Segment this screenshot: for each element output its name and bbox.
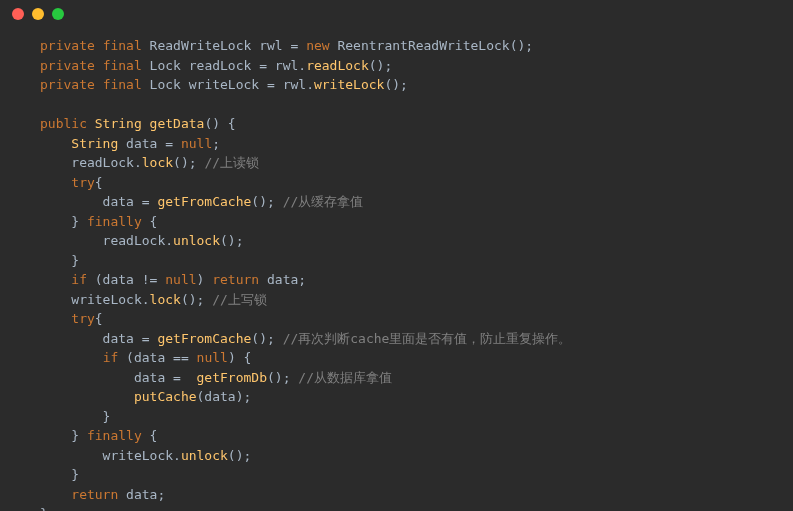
token: ();	[181, 292, 212, 307]
token: writeLock.	[40, 292, 150, 307]
token: data =	[118, 136, 181, 151]
token: ();	[251, 194, 282, 209]
code-line: }	[40, 504, 793, 511]
token: () {	[204, 116, 235, 131]
token: ;	[212, 136, 220, 151]
token: (data);	[197, 389, 252, 404]
token-kw: return	[71, 487, 118, 502]
token-comment: //再次判断cache里面是否有值，防止重复操作。	[283, 331, 572, 346]
token	[40, 389, 134, 404]
token: data;	[118, 487, 165, 502]
token-fncall: putCache	[134, 389, 197, 404]
code-line: public String getData() {	[40, 114, 793, 134]
token: data =	[40, 331, 157, 346]
token	[95, 58, 103, 73]
token: ();	[384, 77, 407, 92]
token: {	[95, 175, 103, 190]
token-fncall: unlock	[181, 448, 228, 463]
token-kw: return	[212, 272, 259, 287]
token-kw: null	[197, 350, 228, 365]
token: Lock writeLock = rwl.	[150, 77, 314, 92]
token-comment: //从缓存拿值	[283, 194, 364, 209]
token	[95, 77, 103, 92]
token-kw: null	[165, 272, 196, 287]
token-kw: null	[181, 136, 212, 151]
token-kw: final	[103, 38, 142, 53]
token-fncall: getFromCache	[157, 194, 251, 209]
token	[142, 77, 150, 92]
code-line: if (data != null) return data;	[40, 270, 793, 290]
code-line: }	[40, 407, 793, 427]
code-line: String data = null;	[40, 134, 793, 154]
token-kw: private	[40, 58, 95, 73]
code-line: private final ReadWriteLock rwl = new Re…	[40, 36, 793, 56]
token: }	[40, 409, 110, 424]
code-area[interactable]: private final ReadWriteLock rwl = new Re…	[0, 28, 793, 511]
token	[142, 116, 150, 131]
code-editor-window: private final ReadWriteLock rwl = new Re…	[0, 0, 793, 511]
token: data =	[40, 370, 197, 385]
token-kw: finally	[87, 214, 142, 229]
close-icon[interactable]	[12, 8, 24, 20]
code-line: putCache(data);	[40, 387, 793, 407]
token-def: getData	[150, 116, 205, 131]
token	[142, 58, 150, 73]
token-fncall: getFromCache	[157, 331, 251, 346]
token-kw: new	[306, 38, 329, 53]
token-comment: //上读锁	[204, 155, 259, 170]
token-kw: final	[103, 77, 142, 92]
token: {	[142, 214, 158, 229]
token-comment: //从数据库拿值	[298, 370, 392, 385]
token	[40, 487, 71, 502]
code-line: readLock.lock(); //上读锁	[40, 153, 793, 173]
token: ) {	[228, 350, 251, 365]
token-class: ReentrantReadWriteLock	[337, 38, 509, 53]
token: ();	[510, 38, 533, 53]
token-def: String	[95, 116, 142, 131]
token: ReadWriteLock rwl =	[150, 38, 307, 53]
token: ();	[228, 448, 251, 463]
token	[142, 38, 150, 53]
code-line: } finally {	[40, 212, 793, 232]
token: data =	[40, 194, 157, 209]
token: ();	[267, 370, 298, 385]
token: data;	[259, 272, 306, 287]
token: readLock.	[40, 155, 142, 170]
minimize-icon[interactable]	[32, 8, 44, 20]
token-fncall: writeLock	[314, 77, 384, 92]
token-fncall: readLock	[306, 58, 369, 73]
code-line: }	[40, 251, 793, 271]
code-line: readLock.unlock();	[40, 231, 793, 251]
code-line: } finally {	[40, 426, 793, 446]
token-fncall: getFromDb	[197, 370, 267, 385]
token-def: String	[71, 136, 118, 151]
token: writeLock.	[40, 448, 181, 463]
token: (data !=	[87, 272, 165, 287]
token: ();	[220, 233, 243, 248]
token-kw: finally	[87, 428, 142, 443]
token: readLock.	[40, 233, 173, 248]
token-kw: try	[71, 311, 94, 326]
code-line: }	[40, 465, 793, 485]
token: Lock readLock = rwl.	[150, 58, 307, 73]
code-line: try{	[40, 173, 793, 193]
token: {	[142, 428, 158, 443]
token	[87, 116, 95, 131]
maximize-icon[interactable]	[52, 8, 64, 20]
token-fncall: lock	[150, 292, 181, 307]
code-line: if (data == null) {	[40, 348, 793, 368]
token-fncall: lock	[142, 155, 173, 170]
code-line: data = getFromCache(); //从缓存拿值	[40, 192, 793, 212]
token-fncall: unlock	[173, 233, 220, 248]
token-kw: private	[40, 38, 95, 53]
token: }	[40, 253, 79, 268]
code-line: writeLock.lock(); //上写锁	[40, 290, 793, 310]
code-line: try{	[40, 309, 793, 329]
token	[95, 38, 103, 53]
token: }	[40, 214, 87, 229]
token: )	[197, 272, 213, 287]
token: }	[40, 506, 48, 511]
token	[40, 311, 71, 326]
code-line: writeLock.unlock();	[40, 446, 793, 466]
token: (data ==	[118, 350, 196, 365]
